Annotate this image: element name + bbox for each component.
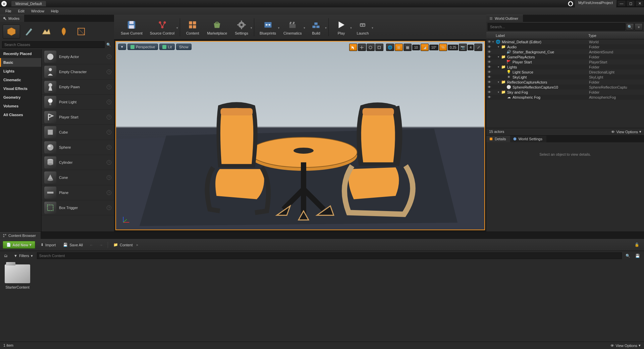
content-button[interactable]: Content [182, 16, 203, 38]
camera-speed-button[interactable]: 📷 [459, 44, 467, 51]
place-item-box-trigger[interactable]: Box Trigger? [42, 200, 114, 215]
coord-space-button[interactable]: 🌐 [386, 44, 394, 51]
transform-translate-button[interactable] [358, 44, 366, 51]
maximize-button[interactable]: ◻ [626, 0, 635, 7]
close-button[interactable]: ✕ [635, 0, 644, 7]
cb-save-button[interactable]: 💾 [633, 253, 642, 259]
visibility-icon[interactable]: 👁 [488, 60, 492, 64]
surface-snap-button[interactable]: ⊞ [395, 44, 403, 51]
visibility-icon[interactable]: 👁 [488, 85, 492, 89]
visibility-icon[interactable]: 👁 [488, 75, 492, 79]
place-item-sphere[interactable]: Sphere? [42, 140, 114, 155]
transform-select-button[interactable] [349, 44, 357, 51]
visibility-icon[interactable]: 👁 [488, 65, 492, 69]
place-category-recently-placed[interactable]: Recently Placed [0, 49, 41, 58]
play-button[interactable]: Play▼ [331, 16, 352, 38]
place-category-cinematic[interactable]: Cinematic [0, 76, 41, 84]
place-category-volumes[interactable]: Volumes [0, 102, 41, 110]
scale-snap-value[interactable]: 0.25 [448, 45, 458, 50]
viewport-show-dropdown[interactable]: Show [176, 44, 192, 50]
viewport-lit-dropdown[interactable]: Lit [159, 44, 175, 50]
viewport-maximize-button[interactable]: ⤢ [474, 44, 482, 51]
mode-foliage[interactable] [55, 24, 72, 39]
tree-row[interactable]: 👁☀SkyLightSkyLight [486, 74, 644, 80]
place-category-basic[interactable]: Basic [0, 58, 41, 67]
tree-row[interactable]: 👁▾📁GamePlayActorsFolder [486, 54, 644, 59]
visibility-icon[interactable]: 👁 [488, 90, 492, 94]
add-new-button[interactable]: 📄Add New▾ [3, 241, 35, 249]
minimize-button[interactable]: — [617, 0, 626, 7]
visibility-icon[interactable]: 👁 [488, 40, 492, 44]
marketplace-button[interactable]: Marketplace [204, 16, 230, 38]
nav-forward-button[interactable]: → [98, 242, 104, 248]
document-tab[interactable]: Minimal_Default [11, 1, 46, 6]
angle-snap-button[interactable]: ◢ [421, 44, 429, 51]
expand-icon[interactable]: ▾ [492, 40, 496, 43]
sources-toggle-button[interactable]: 🗂 [2, 253, 10, 259]
settings-button[interactable]: Settings▼ [231, 16, 252, 38]
outliner-view-options[interactable]: 👁 View Options▾ [611, 130, 641, 134]
tree-row[interactable]: 👁🚩Player StartPlayerStart [486, 59, 644, 64]
tree-row[interactable]: 👁▾📁LightsFolder [486, 64, 644, 69]
viewport-perspective-dropdown[interactable]: Perspective [127, 44, 158, 50]
menu-help[interactable]: Help [48, 8, 62, 14]
viewport-options-dropdown[interactable]: ▾ [118, 44, 126, 50]
nav-back-button[interactable]: ← [88, 242, 95, 248]
angle-snap-value[interactable]: 10° [429, 45, 438, 50]
tree-row[interactable]: 👁💡Light SourceDirectionalLight [486, 69, 644, 74]
tree-row[interactable]: 👁▾📁ReflectionCaptureActorsFolder [486, 80, 644, 85]
source-control-button[interactable]: Source Control▼ [147, 16, 178, 38]
mode-geometry[interactable] [72, 24, 90, 39]
place-item-empty-actor[interactable]: Empty Actor? [42, 49, 114, 64]
mode-place[interactable] [3, 24, 20, 39]
details-tab[interactable]: Details [486, 136, 510, 142]
place-item-player-start[interactable]: Player Start? [42, 110, 114, 125]
info-icon[interactable]: ? [107, 145, 111, 150]
grid-snap-value[interactable]: 10 [412, 45, 420, 50]
expand-icon[interactable]: ▾ [498, 55, 501, 58]
launch-button[interactable]: Launch▼ [352, 16, 373, 38]
info-icon[interactable]: ? [107, 205, 111, 210]
mode-paint[interactable] [20, 24, 38, 39]
tree-row[interactable]: 👁☁Atmospheric FogAtmosphericFog [486, 95, 644, 100]
place-category-lights[interactable]: Lights [0, 67, 41, 76]
info-icon[interactable]: ? [107, 160, 111, 165]
place-item-cone[interactable]: Cone? [42, 170, 114, 185]
save-all-button[interactable]: 💾Save All [61, 242, 85, 248]
place-item-cube[interactable]: Cube? [42, 125, 114, 140]
camera-speed-value[interactable]: 4 [468, 45, 474, 50]
outliner-col-type[interactable]: Type [588, 34, 642, 38]
filters-dropdown[interactable]: ▼Filters▾ [12, 253, 35, 259]
place-item-empty-pawn[interactable]: Empty Pawn? [42, 80, 114, 95]
expand-icon[interactable]: ▾ [498, 81, 501, 84]
place-category-visual-effects[interactable]: Visual Effects [0, 84, 41, 93]
tree-row[interactable]: 👁⚪SphereReflectionCapture10SphereReflect… [486, 85, 644, 90]
visibility-icon[interactable]: 👁 [488, 80, 492, 84]
expand-icon[interactable]: ▾ [498, 45, 501, 48]
world-settings-tab[interactable]: World Settings [510, 136, 546, 142]
lock-button[interactable]: 🔓 [633, 242, 641, 248]
content-browser-tab[interactable]: Content Browser [0, 232, 41, 239]
build-button[interactable]: Build▼ [306, 16, 326, 38]
info-icon[interactable]: ? [107, 69, 111, 74]
cinematics-button[interactable]: Cinematics▼ [280, 16, 305, 38]
save-current-button[interactable]: Save Current [117, 16, 146, 38]
info-icon[interactable]: ? [107, 100, 111, 104]
tree-row[interactable]: 👁🔊Starter_Background_CueAmbientSound [486, 49, 644, 54]
tree-row[interactable]: 👁▾🌐Minimal_Default (Editor)World [486, 39, 644, 44]
place-category-all-classes[interactable]: All Classes [0, 110, 41, 119]
menu-window[interactable]: Window [28, 8, 48, 14]
import-button[interactable]: ⬇Import [39, 242, 58, 248]
cb-view-options[interactable]: 👁 View Options▾ [610, 343, 641, 348]
place-item-plane[interactable]: Plane? [42, 185, 114, 200]
visibility-icon[interactable]: 👁 [488, 70, 492, 74]
scale-snap-button[interactable]: % [439, 44, 447, 51]
info-icon[interactable]: ? [107, 115, 111, 119]
visibility-icon[interactable]: 👁 [488, 55, 492, 59]
info-icon[interactable]: ? [107, 130, 111, 135]
menu-file[interactable]: File [2, 8, 15, 14]
visibility-icon[interactable]: 👁 [488, 50, 492, 54]
transform-rotate-button[interactable] [367, 44, 375, 51]
content-search-input[interactable] [37, 252, 622, 259]
viewport[interactable]: ▾ Perspective Lit Show 🌐 ⊞ ▦ 10 ◢ 10 [115, 41, 485, 230]
